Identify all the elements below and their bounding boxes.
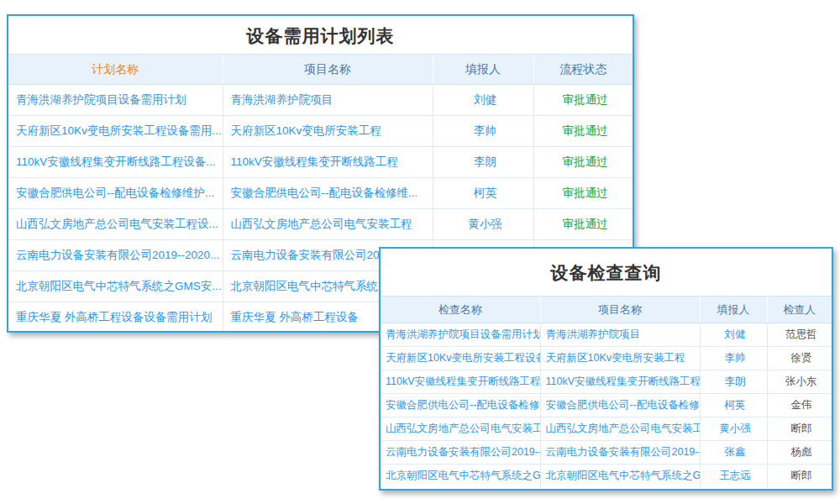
table-row: 天府新区10Kv变电所安装工程设备需用...天府新区10Kv变电所安装工程李帅徐… (381, 347, 832, 370)
link-cell[interactable]: 安徽合肥供电公司--配电设备检修维护... (8, 178, 223, 209)
link-cell[interactable]: 云南电力设备安装有限公司2019--2020... (381, 441, 540, 465)
link-cell[interactable]: 山西弘文房地产总公司电气安装工程设... (381, 417, 540, 441)
column-header[interactable]: 填报人 (433, 55, 533, 85)
column-header[interactable]: 计划名称 (8, 55, 223, 85)
link-cell[interactable]: 110kV安徽线程集变开断线路工程设备... (8, 147, 223, 178)
text-cell: 审批通过 (533, 178, 633, 209)
table-row: 山西弘文房地产总公司电气安装工程设...山西弘文房地产总公司电气安装工程黄小强审… (8, 209, 633, 240)
column-header[interactable]: 流程状态 (533, 55, 633, 85)
text-cell: 审批通过 (533, 116, 633, 147)
plan-list-title: 设备需用计划列表 (8, 16, 633, 54)
column-header[interactable]: 填报人 (700, 297, 767, 323)
table-row: 安徽合肥供电公司--配电设备检修维护...安徽合肥供电公司--配电设备检修维护.… (381, 394, 832, 417)
link-cell[interactable]: 李帅 (433, 116, 533, 147)
table-row: 云南电力设备安装有限公司2019--2020...云南电力设备安装有限公司201… (381, 441, 832, 465)
text-cell: 审批通过 (533, 85, 633, 116)
table-row: 安徽合肥供电公司--配电设备检修维护...安徽合肥供电公司--配电设备检修维..… (8, 178, 633, 209)
link-cell[interactable]: 山西弘文房地产总公司电气安装工程 (223, 209, 433, 240)
link-cell[interactable]: 云南电力设备安装有限公司2019--2020... (8, 240, 223, 271)
link-cell[interactable]: 110kV安徽线程集变开断线路工程设备... (381, 370, 540, 394)
link-cell[interactable]: 安徽合肥供电公司--配电设备检修维... (223, 178, 433, 209)
table-row: 青海洪湖养护院项目设备需用计划青海洪湖养护院项目刘健审批通过 (8, 85, 633, 116)
text-cell: 断郎 (767, 417, 832, 441)
link-cell[interactable]: 柯英 (433, 178, 533, 209)
link-cell[interactable]: 北京朝阳区电气中芯特气系统之GMS... (540, 465, 700, 488)
table-row: 110kV安徽线程集变开断线路工程设备...110kV安徽线程集变开断线路工程设… (381, 370, 832, 394)
link-cell[interactable]: 张鑫 (700, 441, 767, 465)
link-cell[interactable]: 山西弘文房地产总公司电气安装工程... (540, 417, 700, 441)
plan-list-header-row: 计划名称项目名称填报人流程状态 (8, 55, 633, 85)
text-cell: 张小东 (767, 370, 832, 394)
link-cell[interactable]: 安徽合肥供电公司--配电设备检修维护... (540, 394, 700, 417)
link-cell[interactable]: 王志远 (700, 465, 767, 488)
page-background: 设备需用计划列表 计划名称项目名称填报人流程状态 青海洪湖养护院项目设备需用计划… (0, 0, 840, 504)
link-cell[interactable]: 柯英 (700, 394, 767, 417)
link-cell[interactable]: 青海洪湖养护院项目设备需用计划 (8, 85, 223, 116)
inspection-query-window: 设备检查查询 检查名称项目名称填报人检查人 青海洪湖养护院项目设备需用计划青海洪… (379, 247, 833, 491)
link-cell[interactable]: 刘健 (433, 85, 533, 116)
link-cell[interactable]: 云南电力设备安装有限公司2019--2020... (540, 441, 700, 465)
link-cell[interactable]: 黄小强 (700, 417, 767, 441)
link-cell[interactable]: 110kV安徽线程集变开断线路工程设... (540, 370, 700, 394)
link-cell[interactable]: 天府新区10Kv变电所安装工程 (540, 347, 700, 370)
table-row: 北京朝阳区电气中芯特气系统之GMS安...北京朝阳区电气中芯特气系统之GMS..… (381, 465, 832, 488)
link-cell[interactable]: 青海洪湖养护院项目 (223, 85, 433, 116)
link-cell[interactable]: 青海洪湖养护院项目设备需用计划 (381, 323, 540, 347)
text-cell: 徐贤 (767, 347, 832, 370)
inspection-query-title: 设备检查查询 (381, 249, 832, 296)
column-header[interactable]: 检查名称 (381, 297, 540, 323)
link-cell[interactable]: 李朗 (700, 370, 767, 394)
link-cell[interactable]: 青海洪湖养护院项目 (540, 323, 700, 347)
link-cell[interactable]: 天府新区10Kv变电所安装工程 (223, 116, 433, 147)
table-row: 青海洪湖养护院项目设备需用计划青海洪湖养护院项目刘健范思哲 (381, 323, 832, 347)
text-cell: 断郎 (767, 465, 832, 488)
inspection-query-header-row: 检查名称项目名称填报人检查人 (381, 297, 832, 323)
table-row: 天府新区10Kv变电所安装工程设备需用...天府新区10Kv变电所安装工程李帅审… (8, 116, 633, 147)
link-cell[interactable]: 李朗 (433, 147, 533, 178)
text-cell: 审批通过 (533, 209, 633, 240)
link-cell[interactable]: 北京朝阳区电气中芯特气系统之GMS安... (381, 465, 540, 488)
column-header[interactable]: 项目名称 (223, 55, 433, 85)
text-cell: 金伟 (767, 394, 832, 417)
column-header[interactable]: 项目名称 (540, 297, 700, 323)
link-cell[interactable]: 刘健 (700, 323, 767, 347)
link-cell[interactable]: 安徽合肥供电公司--配电设备检修维护... (381, 394, 540, 417)
inspection-query-body: 青海洪湖养护院项目设备需用计划青海洪湖养护院项目刘健范思哲天府新区10Kv变电所… (381, 323, 832, 488)
link-cell[interactable]: 重庆华夏 外高桥工程设备设备需用计划 (8, 302, 223, 333)
table-row: 山西弘文房地产总公司电气安装工程设...山西弘文房地产总公司电气安装工程...黄… (381, 417, 832, 441)
text-cell: 审批通过 (533, 147, 633, 178)
table-row: 110kV安徽线程集变开断线路工程设备...110kV安徽线程集变开断线路工程李… (8, 147, 633, 178)
link-cell[interactable]: 北京朝阳区电气中芯特气系统之GMS安... (8, 271, 223, 302)
link-cell[interactable]: 李帅 (700, 347, 767, 370)
text-cell: 范思哲 (767, 323, 832, 347)
link-cell[interactable]: 黄小强 (433, 209, 533, 240)
column-header[interactable]: 检查人 (767, 297, 832, 323)
link-cell[interactable]: 山西弘文房地产总公司电气安装工程设... (8, 209, 223, 240)
inspection-query-table: 检查名称项目名称填报人检查人 青海洪湖养护院项目设备需用计划青海洪湖养护院项目刘… (381, 296, 832, 488)
text-cell: 杨彪 (767, 441, 832, 465)
link-cell[interactable]: 110kV安徽线程集变开断线路工程 (223, 147, 433, 178)
link-cell[interactable]: 天府新区10Kv变电所安装工程设备需用... (8, 116, 223, 147)
link-cell[interactable]: 天府新区10Kv变电所安装工程设备需用... (381, 347, 540, 370)
